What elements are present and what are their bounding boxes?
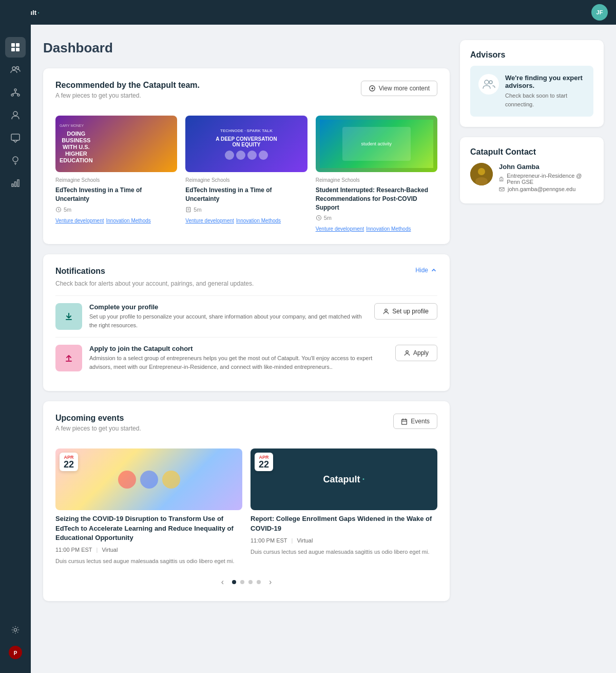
events-header: Upcoming events A few pieces to get you … bbox=[55, 414, 437, 440]
contact-name: John Gamba bbox=[499, 163, 593, 171]
pag-dot-4[interactable] bbox=[257, 580, 261, 584]
svg-point-7 bbox=[11, 94, 13, 96]
svg-point-35 bbox=[406, 351, 409, 353]
clock-icon-3 bbox=[316, 215, 322, 221]
svg-rect-18 bbox=[12, 184, 13, 186]
svg-line-11 bbox=[15, 93, 18, 94]
content-item-2: TECHNODE · SPARK TALK A DEEP CONVERSATIO… bbox=[185, 116, 307, 232]
notifications-card: Notifications Hide Check back for alerts… bbox=[43, 254, 450, 391]
svg-rect-19 bbox=[15, 182, 16, 186]
sidebar-item-messages[interactable] bbox=[5, 127, 26, 148]
advisors-finding-title: We're finding you expert advisors. bbox=[505, 74, 585, 89]
content-thumb-1: GARY MONEY DOINGBUSINESSWITH U.S.HIGHERE… bbox=[55, 116, 177, 172]
doc-icon-2 bbox=[185, 207, 191, 213]
sidebar: P bbox=[0, 0, 31, 673]
svg-point-5 bbox=[16, 67, 19, 69]
advisors-placeholder: We're finding you expert advisors. Check… bbox=[470, 66, 593, 117]
contact-card: Catapult Contact John Gamba Entrepreneur… bbox=[460, 137, 604, 203]
event-time-text-1: 11:00 PM EST bbox=[55, 547, 92, 553]
person-icon-apply-btn bbox=[404, 350, 410, 356]
event-time-text-2: 11:00 PM EST bbox=[251, 537, 287, 544]
notifications-header: Notifications Hide bbox=[55, 267, 437, 278]
svg-point-8 bbox=[17, 94, 20, 96]
event-thumb-1: APR 22 bbox=[55, 448, 242, 510]
notification-item-2: Apply to join the Catapult cohort Admiss… bbox=[55, 337, 437, 379]
tag-innovation-2[interactable]: Innovation Methods bbox=[236, 218, 281, 223]
setup-profile-button[interactable]: Set up profile bbox=[374, 303, 437, 320]
tag-venture-1[interactable]: Venture development bbox=[55, 218, 104, 223]
apply-button[interactable]: Apply bbox=[395, 345, 437, 361]
content-grid: GARY MONEY DOINGBUSINESSWITH U.S.HIGHERE… bbox=[55, 116, 437, 232]
tag-venture-2[interactable]: Venture development bbox=[185, 218, 234, 223]
pag-dot-2[interactable] bbox=[240, 580, 244, 584]
notifications-title: Notifications bbox=[55, 267, 105, 276]
sidebar-bottom: P bbox=[5, 620, 26, 667]
sidebar-item-settings[interactable] bbox=[5, 620, 26, 640]
advisors-title: Advisors bbox=[470, 50, 593, 60]
pagination-next[interactable]: › bbox=[265, 575, 276, 589]
svg-rect-1 bbox=[16, 43, 20, 47]
svg-rect-13 bbox=[11, 134, 20, 140]
tag-innovation-1[interactable]: Innovation Methods bbox=[106, 218, 151, 223]
recommended-card: Recommended by the Catapult team. A few … bbox=[43, 68, 450, 244]
contact-details: John Gamba Entrepreneur-in-Residence @ P… bbox=[499, 163, 593, 193]
content-right: Advisors We're finding you expert adviso… bbox=[460, 40, 604, 658]
event-sep-2: | bbox=[292, 537, 293, 544]
pag-dot-1[interactable] bbox=[232, 580, 236, 584]
content-meta-2: 5m bbox=[185, 207, 307, 213]
events-button[interactable]: Events bbox=[393, 414, 437, 429]
svg-rect-2 bbox=[11, 48, 15, 51]
pag-dot-3[interactable] bbox=[248, 580, 253, 584]
sidebar-item-analytics[interactable] bbox=[5, 173, 26, 193]
svg-rect-26 bbox=[187, 207, 191, 212]
hide-button[interactable]: Hide bbox=[415, 267, 437, 274]
pagination: ‹ › bbox=[55, 575, 437, 589]
view-more-button[interactable]: View more content bbox=[361, 81, 437, 96]
calendar-icon bbox=[401, 418, 408, 425]
apply-arrow-icon bbox=[62, 351, 76, 365]
event-date-2: APR 22 bbox=[255, 453, 273, 471]
event-item-2: Catapult· APR 22 Report: College Enrollm… bbox=[251, 448, 437, 565]
content-source-3: Reimagine Schools bbox=[316, 177, 437, 183]
tag-innovation-3[interactable]: Innovation Methods bbox=[366, 226, 411, 232]
svg-point-40 bbox=[485, 80, 489, 84]
content-tags-2: Venture development Innovation Methods bbox=[185, 218, 307, 223]
tag-venture-3[interactable]: Venture development bbox=[316, 226, 364, 232]
sidebar-item-ideas[interactable] bbox=[5, 150, 26, 171]
building-icon bbox=[499, 176, 504, 182]
notif-content-2: Apply to join the Catapult cohort Admiss… bbox=[89, 345, 388, 371]
event-bg-colorful bbox=[55, 448, 242, 510]
content-source-1: Reimagine Schools bbox=[55, 177, 177, 183]
recommended-header-text: Recommended by the Catapult team. A few … bbox=[55, 81, 200, 107]
pagination-prev[interactable]: ‹ bbox=[217, 575, 228, 589]
sidebar-item-profile[interactable] bbox=[5, 105, 26, 125]
sidebar-item-connections[interactable] bbox=[5, 60, 26, 80]
events-card: Upcoming events A few pieces to get you … bbox=[43, 401, 450, 601]
sidebar-item-dashboard[interactable] bbox=[5, 37, 26, 58]
content-tags-3: Venture development Innovation Methods bbox=[316, 226, 437, 232]
svg-point-44 bbox=[475, 177, 488, 185]
event-day-2: 22 bbox=[259, 460, 269, 469]
advisors-card: Advisors We're finding you expert adviso… bbox=[460, 40, 604, 127]
svg-point-32 bbox=[385, 309, 388, 312]
duration-1: 5m bbox=[64, 207, 71, 213]
user-avatar-topbar[interactable]: JF bbox=[591, 4, 608, 21]
events-title: Upcoming events bbox=[55, 414, 141, 423]
notif-content-1: Complete your profile Set up your profil… bbox=[89, 303, 367, 329]
content-item-3: student activity Reimagine Schools Stude… bbox=[316, 116, 437, 232]
event-time-2: 11:00 PM EST | Virtual bbox=[251, 537, 437, 544]
event-item-1: APR 22 Seizing the COVID-19 Disruption t… bbox=[55, 448, 242, 565]
svg-rect-20 bbox=[17, 180, 19, 186]
chevron-up-icon bbox=[430, 267, 437, 274]
sidebar-item-tools[interactable] bbox=[5, 82, 26, 103]
notifications-header-left: Notifications bbox=[55, 267, 105, 278]
notif-desc-1: Set up your profile to personalize your … bbox=[89, 312, 367, 329]
setup-profile-label: Set up profile bbox=[392, 308, 429, 315]
contact-avatar bbox=[470, 163, 493, 185]
logo-dot: · bbox=[37, 9, 40, 16]
svg-point-12 bbox=[13, 111, 17, 116]
notification-item-1: Complete your profile Set up your profil… bbox=[55, 295, 437, 337]
profile-arrow-icon bbox=[62, 309, 76, 324]
svg-rect-36 bbox=[402, 419, 407, 424]
page-title: Dashboard bbox=[43, 40, 450, 56]
